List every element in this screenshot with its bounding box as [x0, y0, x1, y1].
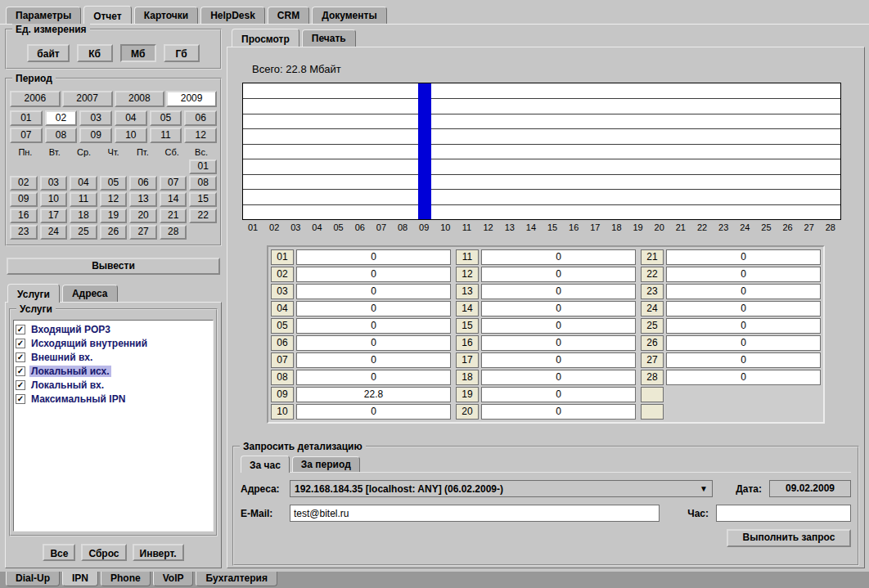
year-button-2009[interactable]: 2009: [166, 91, 217, 107]
chart-slot-17: [584, 83, 606, 219]
email-input[interactable]: [290, 505, 660, 522]
bottom-tab-3[interactable]: VoIP: [153, 572, 194, 586]
calendar-day-03[interactable]: 03: [40, 176, 68, 191]
list-button-1[interactable]: Сброс: [81, 544, 126, 561]
calendar-day-19[interactable]: 19: [100, 209, 128, 223]
calendar-day-26[interactable]: 26: [100, 225, 128, 240]
top-tab-0[interactable]: Параметры: [6, 7, 81, 24]
calendar-day-10[interactable]: 10: [40, 192, 68, 207]
month-button-03[interactable]: 03: [79, 110, 112, 126]
month-button-02[interactable]: 02: [45, 110, 78, 126]
year-button-2007[interactable]: 2007: [62, 91, 113, 107]
checkbox-icon[interactable]: ✓: [16, 352, 25, 362]
calendar-day-20[interactable]: 20: [129, 209, 157, 223]
view-tab-0[interactable]: Просмотр: [232, 29, 299, 47]
calendar-day-07[interactable]: 07: [160, 176, 187, 191]
month-button-12[interactable]: 12: [184, 128, 217, 143]
service-item-label: Входящий POP3: [29, 324, 112, 335]
calendar-day-18[interactable]: 18: [70, 209, 97, 223]
value-cell: 0: [296, 370, 451, 385]
top-tab-5[interactable]: Документы: [312, 7, 386, 24]
month-button-11[interactable]: 11: [150, 128, 182, 143]
list-button-2[interactable]: Инверт.: [133, 544, 184, 561]
weekday-label: Ср.: [70, 147, 99, 157]
calendar-day-23[interactable]: 23: [10, 225, 38, 240]
service-item-3[interactable]: ✓Локальный исх.: [15, 364, 212, 378]
checkbox-icon[interactable]: ✓: [16, 366, 25, 376]
calendar-day-17[interactable]: 17: [40, 209, 68, 223]
hour-input[interactable]: [716, 505, 851, 522]
execute-button[interactable]: Выполнить запрос: [727, 529, 851, 547]
top-tab-3[interactable]: HelpDesk: [200, 7, 265, 24]
checkbox-icon[interactable]: ✓: [16, 394, 25, 404]
top-tab-4[interactable]: CRM: [268, 7, 309, 24]
month-button-06[interactable]: 06: [184, 110, 217, 126]
calendar-day-14[interactable]: 14: [160, 192, 187, 207]
view-tab-1[interactable]: Печать: [302, 29, 356, 47]
year-button-2008[interactable]: 2008: [115, 91, 165, 107]
calendar-day-27[interactable]: 27: [129, 225, 157, 240]
detail-tab-1[interactable]: За период: [292, 456, 360, 472]
value-cell: 22.8: [296, 387, 451, 402]
x-tick-label: 01: [242, 222, 263, 232]
calendar-day-11[interactable]: 11: [70, 192, 97, 207]
filter-tab-1[interactable]: Адреса: [62, 285, 118, 302]
calendar-day-22[interactable]: 22: [189, 209, 217, 223]
calendar-day-02[interactable]: 02: [10, 176, 38, 191]
x-tick-label: 07: [371, 222, 392, 232]
checkbox-icon[interactable]: ✓: [16, 339, 25, 348]
services-list[interactable]: ✓Входящий POP3✓Исходящий внутренний✓Внеш…: [13, 320, 214, 532]
calendar-day-16[interactable]: 16: [10, 209, 38, 223]
x-tick-label: 10: [434, 222, 456, 232]
service-item-4[interactable]: ✓Локальный вх.: [15, 378, 212, 392]
calendar-day-09[interactable]: 09: [10, 192, 38, 207]
calendar-day-08[interactable]: 08: [189, 176, 217, 191]
month-button-10[interactable]: 10: [115, 128, 147, 143]
calendar-day-13[interactable]: 13: [129, 192, 157, 207]
unit-button-2[interactable]: Мб: [120, 44, 156, 62]
month-button-01[interactable]: 01: [10, 110, 43, 126]
service-item-0[interactable]: ✓Входящий POP3: [15, 322, 212, 336]
checkbox-icon[interactable]: ✓: [16, 380, 25, 390]
bottom-tab-1[interactable]: IPN: [62, 572, 98, 586]
usage-chart: 0102030405060708091011121314151617181920…: [242, 83, 841, 232]
date-field[interactable]: 09.02.2009: [769, 480, 851, 497]
calendar-day-06[interactable]: 06: [129, 176, 157, 191]
unit-button-1[interactable]: Кб: [77, 44, 113, 62]
filter-tab-0[interactable]: Услуги: [7, 284, 60, 303]
month-button-05[interactable]: 05: [150, 110, 182, 126]
calendar-day-21[interactable]: 21: [160, 209, 187, 223]
table-group: 200: [456, 404, 636, 420]
table-group: 220: [641, 267, 821, 282]
month-button-07[interactable]: 07: [10, 128, 43, 143]
top-tab-1[interactable]: Отчет: [83, 6, 132, 25]
detail-tab-0[interactable]: За час: [241, 456, 290, 473]
calendar-day-12[interactable]: 12: [100, 192, 128, 207]
x-tick-label: 16: [563, 222, 584, 232]
bottom-tab-2[interactable]: Phone: [101, 572, 151, 586]
top-tab-2[interactable]: Карточки: [134, 7, 198, 24]
bottom-tab-0[interactable]: Dial-Up: [6, 572, 60, 586]
service-item-2[interactable]: ✓Внешний вх.: [15, 350, 212, 364]
bottom-tab-4[interactable]: Бухгалтерия: [196, 572, 277, 586]
service-item-5[interactable]: ✓Максимальный IPN: [15, 392, 212, 406]
month-button-04[interactable]: 04: [115, 110, 147, 126]
checkbox-icon[interactable]: ✓: [16, 325, 25, 334]
calendar-day-24[interactable]: 24: [40, 225, 68, 240]
year-button-2006[interactable]: 2006: [10, 91, 61, 107]
calendar-day-05[interactable]: 05: [100, 176, 128, 191]
month-button-08[interactable]: 08: [45, 128, 78, 143]
list-button-0[interactable]: Все: [43, 544, 75, 561]
unit-button-0[interactable]: байт: [27, 44, 69, 62]
hour-cell: 06: [271, 335, 294, 351]
service-item-1[interactable]: ✓Исходящий внутренний: [15, 336, 212, 350]
calendar-day-01[interactable]: 01: [189, 159, 217, 174]
calendar-day-15[interactable]: 15: [189, 192, 217, 207]
address-combobox[interactable]: 192.168.184.35 [localhost: ANY] (06.02.2…: [290, 480, 713, 497]
calendar-day-25[interactable]: 25: [70, 225, 97, 240]
calendar-day-28[interactable]: 28: [160, 225, 187, 240]
month-button-09[interactable]: 09: [79, 128, 112, 143]
output-button[interactable]: Вывести: [7, 258, 220, 275]
calendar-day-04[interactable]: 04: [70, 176, 97, 191]
unit-button-3[interactable]: Гб: [164, 44, 200, 62]
